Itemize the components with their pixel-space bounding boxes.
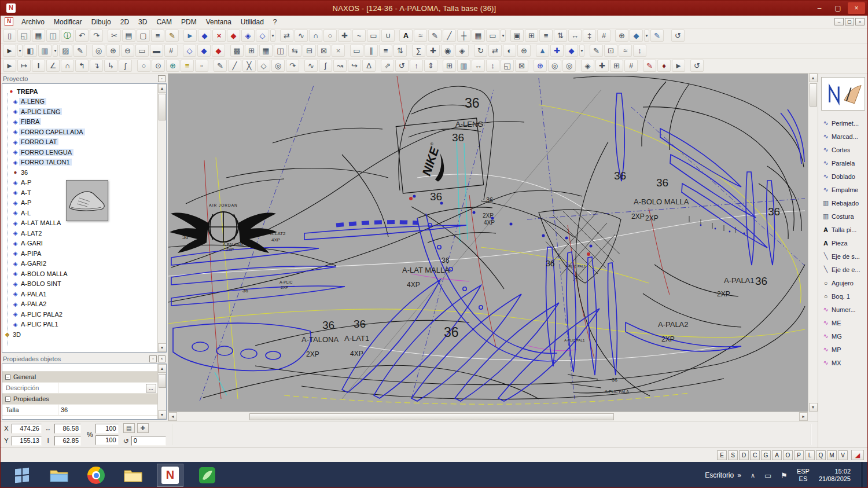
toolbar-icon[interactable]: ↝ xyxy=(333,60,347,72)
layer-toggle-button[interactable]: O xyxy=(783,450,793,460)
right-tool[interactable]: A Talla pi... xyxy=(821,223,867,236)
toolbar-icon[interactable]: ◎ xyxy=(548,60,561,72)
toolbar-icon[interactable]: ◆ xyxy=(212,45,225,57)
toolbar-icon[interactable]: ✎ xyxy=(650,30,664,42)
toolbar-icon[interactable]: ◱ xyxy=(17,30,31,42)
toolbar-icon[interactable]: # xyxy=(624,60,638,72)
toolbar-icon[interactable]: ∩ xyxy=(309,30,322,42)
close-button[interactable]: × xyxy=(848,2,865,14)
menu-item[interactable]: Dibujo xyxy=(87,16,116,28)
scroll-thumb[interactable] xyxy=(159,94,166,120)
toolbar-icon[interactable]: # xyxy=(164,45,178,57)
group-row-general[interactable]: − General xyxy=(2,372,157,383)
toolbar-icon[interactable]: ≡ xyxy=(151,30,164,42)
layer-toggle-button[interactable]: V xyxy=(838,450,848,460)
toolbar-icon[interactable]: ⊕ xyxy=(517,45,531,57)
menu-item[interactable]: Ventana xyxy=(201,16,236,28)
toolbar-icon[interactable]: ○ xyxy=(137,60,150,72)
toolbar-icon[interactable]: ◎ xyxy=(92,45,105,57)
tree-item[interactable]: ◈ A-LAT2 xyxy=(2,228,157,239)
right-tool[interactable]: ∿ Paralela xyxy=(821,156,867,170)
right-tool[interactable]: ∿ MP xyxy=(821,343,867,356)
y-value-field[interactable]: 155.13 xyxy=(12,436,42,446)
menu-item[interactable]: Modificar xyxy=(49,16,87,28)
toolbar-icon[interactable]: ▤ xyxy=(122,30,135,42)
toolbar-icon[interactable]: ↪ xyxy=(348,60,361,72)
toolbar-icon[interactable]: ▦ xyxy=(472,30,485,42)
tree-item[interactable]: ◈ FORRO CAPELLADA xyxy=(2,127,157,137)
scroll-down-icon[interactable]: ▼ xyxy=(158,410,167,419)
toolbar-icon[interactable]: ⇆ xyxy=(288,45,301,57)
toolbar-icon[interactable]: ✚ xyxy=(595,60,609,72)
toolbar-icon[interactable]: ✎ xyxy=(590,45,603,57)
layer-toggle-button[interactable]: C xyxy=(750,450,760,460)
toolbar-icon[interactable]: ▭ xyxy=(367,30,380,42)
tree-item[interactable]: ◈ A-GARI xyxy=(2,239,157,249)
close-icon[interactable]: × xyxy=(158,355,165,362)
tree-item[interactable]: ◈ A-PLIC PALA2 xyxy=(2,309,157,320)
right-tool[interactable]: ∿ Marcad... xyxy=(821,130,867,143)
snap-tool-icon[interactable]: ✚ xyxy=(137,423,149,433)
taskbar-item-folder[interactable] xyxy=(120,464,146,487)
right-tool[interactable]: ○ Boq. 1 xyxy=(821,289,867,303)
menu-item[interactable]: CAM xyxy=(152,16,176,28)
toolbar-icon[interactable]: ↷ xyxy=(90,30,103,42)
toolbar-icon[interactable]: ✚ xyxy=(338,30,351,42)
toolbar-icon[interactable]: ► xyxy=(3,60,16,72)
layer-toggle-button[interactable]: Q xyxy=(816,450,826,460)
toolbar-icon[interactable]: ∿ xyxy=(304,60,318,72)
toolbar-icon[interactable]: ○ xyxy=(323,30,337,42)
scroll-right-icon[interactable]: ► xyxy=(799,412,808,421)
toolbar-icon[interactable]: ▦ xyxy=(259,45,273,57)
chevron-icon[interactable]: » xyxy=(737,471,741,479)
toolbar-icon[interactable]: ↺ xyxy=(395,60,409,72)
toolbar-icon[interactable]: ∫ xyxy=(319,60,332,72)
right-tool[interactable]: A Pieza xyxy=(821,236,867,249)
toolbar-icon[interactable]: ⊞ xyxy=(443,60,456,72)
toolbar-icon[interactable]: ∩ xyxy=(61,60,74,72)
talla-value-field[interactable]: 36 xyxy=(58,405,157,415)
tree-item[interactable]: ◈ A-PLIC PAL1 xyxy=(2,320,157,330)
toolbar-icon[interactable]: ▾ xyxy=(501,30,506,42)
toolbar-icon[interactable]: ⊕ xyxy=(615,30,628,42)
toolbar-icon[interactable]: ╱ xyxy=(443,30,456,42)
toolbar-icon[interactable]: ↦ xyxy=(17,60,31,72)
menu-item[interactable]: 2D xyxy=(116,16,134,28)
toolbar-icon[interactable]: ◧ xyxy=(24,45,37,57)
toolbar-icon[interactable]: A xyxy=(399,30,413,42)
tree-item[interactable]: ◈ A-PALA1 xyxy=(2,289,157,299)
canvas-vertical-scrollbar[interactable]: ▲ ▼ xyxy=(808,74,818,412)
x-value-field[interactable]: 474.26 xyxy=(12,424,42,434)
descripcion-field[interactable] xyxy=(58,383,146,393)
toolbar-icon[interactable]: ▭ xyxy=(350,45,363,57)
width-value-field[interactable]: 86.58 xyxy=(54,424,81,434)
tree-item[interactable]: ◈ FORRO LENGUA xyxy=(2,147,157,157)
toolbar-icon[interactable]: ⊞ xyxy=(525,30,538,42)
mdi-minimize-button[interactable]: – xyxy=(834,18,844,25)
toolbar-icon[interactable]: ▾ xyxy=(644,30,649,42)
drawing-canvas[interactable]: AIR JORDAN NIKE ® xyxy=(168,74,808,412)
toolbar-icon[interactable]: ↕ xyxy=(486,60,499,72)
right-tool[interactable]: ∿ Cortes xyxy=(821,143,867,156)
toolbar-icon[interactable]: ◎ xyxy=(562,60,576,72)
collapse-icon[interactable]: − xyxy=(5,375,10,380)
toolbar-icon[interactable]: ▾ xyxy=(17,45,23,57)
properties-scrollbar[interactable]: ▲ ▼ xyxy=(157,364,166,419)
toolbar-icon[interactable]: ≈ xyxy=(619,45,632,57)
canvas-horizontal-scrollbar[interactable]: ◄ ► xyxy=(168,412,808,421)
toolbar-icon[interactable]: ⊞ xyxy=(245,45,258,57)
toolbar-icon[interactable]: ⓘ xyxy=(61,30,74,42)
toolbar-icon[interactable]: ▾ xyxy=(53,45,58,57)
right-tool[interactable]: ○ Agujero xyxy=(821,276,867,289)
toolbar-icon[interactable]: ✎ xyxy=(643,60,656,72)
menu-item[interactable]: 3D xyxy=(134,16,152,28)
toolbar-icon[interactable]: ◇ xyxy=(256,30,269,42)
toolbar-icon[interactable]: ◆ xyxy=(198,30,211,42)
toolbar-icon[interactable]: ↑ xyxy=(410,60,423,72)
zoom-x-field[interactable]: 100 xyxy=(95,424,119,434)
toolbar-icon[interactable]: ⇅ xyxy=(554,30,567,42)
scroll-down-icon[interactable]: ▼ xyxy=(809,403,818,412)
tree-item[interactable]: ● 36 xyxy=(2,167,157,178)
scroll-down-icon[interactable]: ▼ xyxy=(158,343,167,352)
toolbar-icon[interactable]: ✎ xyxy=(428,30,442,42)
